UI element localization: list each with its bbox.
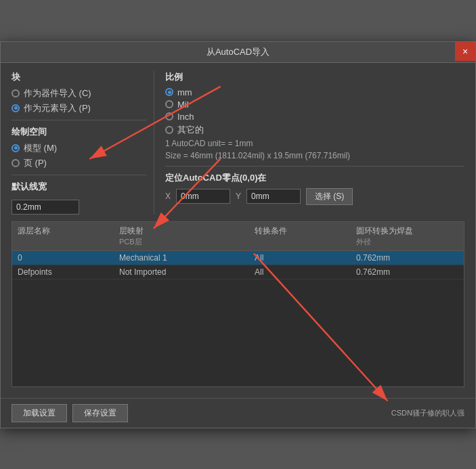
table-body: 0 Mechanical 1 All 0.762mm Defpoints Not… xyxy=(12,251,464,386)
divider-3 xyxy=(165,166,464,166)
row2-condition: All xyxy=(249,265,351,279)
space-option-model[interactable]: 模型 (M) xyxy=(12,142,147,154)
scale-inch-label: Inch xyxy=(177,112,194,122)
y-input[interactable] xyxy=(246,189,301,204)
divider-1 xyxy=(12,120,147,120)
scale-mm-label: mm xyxy=(177,87,192,97)
row1-pcb: Mechanical 1 xyxy=(114,251,249,265)
coord-row: X Y 选择 (S) xyxy=(165,188,464,205)
watermark: CSDN骚子修的职人强 xyxy=(391,408,464,418)
scale-radio-inch xyxy=(165,112,173,120)
space-option-model-label: 模型 (M) xyxy=(24,142,57,154)
bottom-bar: 加载设置 保存设置 CSDN骚子修的职人强 xyxy=(1,398,475,428)
row1-diameter: 0.762mm xyxy=(351,251,464,265)
scale-radio-other xyxy=(165,126,173,134)
space-radio-page xyxy=(12,159,20,167)
title-bar: 从AutoCAD导入 × xyxy=(1,42,475,63)
block-radio-group: 作为器件导入 (C) 作为元素导入 (P) xyxy=(12,87,147,114)
divider-2 xyxy=(12,175,147,175)
space-option-page[interactable]: 页 (P) xyxy=(12,157,147,169)
dialog-title: 从AutoCAD导入 xyxy=(207,47,269,57)
drawing-space-title: 绘制空间 xyxy=(12,126,147,138)
table-header: 源层名称 层映射PCB层 转换条件 圆环转换为焊盘外径 xyxy=(12,222,464,251)
drawing-space-radio-group: 模型 (M) 页 (P) xyxy=(12,142,147,169)
space-option-page-label: 页 (P) xyxy=(24,157,47,169)
scale-section: mm Mil Inch 其它的 1 AutoCAD unit= = 1mm xyxy=(165,87,464,160)
table-row[interactable]: 0 Mechanical 1 All 0.762mm xyxy=(12,251,464,265)
scale-mil[interactable]: Mil xyxy=(165,99,464,110)
scale-other[interactable]: 其它的 xyxy=(165,124,464,136)
save-settings-button[interactable]: 保存设置 xyxy=(72,404,128,422)
block-option-component[interactable]: 作为器件导入 (C) xyxy=(12,87,147,99)
scale-radio-mm xyxy=(165,88,173,96)
y-label: Y xyxy=(236,192,241,201)
block-option-component-label: 作为器件导入 (C) xyxy=(24,87,91,99)
scale-mil-label: Mil xyxy=(177,99,189,110)
unit-info: 1 AutoCAD unit= = 1mm xyxy=(165,139,464,148)
dialog-content: 块 作为器件导入 (C) 作为元素导入 (P) 绘制空间 xyxy=(1,63,475,395)
header-condition: 转换条件 xyxy=(249,224,351,248)
header-mapping: 层映射PCB层 xyxy=(114,224,249,248)
space-radio-model xyxy=(12,144,20,152)
block-section-title: 块 xyxy=(12,71,147,83)
row1-condition: All xyxy=(249,251,351,265)
row2-diameter: 0.762mm xyxy=(351,265,464,279)
right-panel: 比例 mm Mil Inch xyxy=(154,71,464,215)
default-width-title: 默认线宽 xyxy=(12,181,147,193)
x-input[interactable] xyxy=(176,189,230,204)
locate-title: 定位AutoCAD零点(0,0)在 xyxy=(165,172,464,184)
bottom-buttons: 加载设置 保存设置 xyxy=(12,404,128,422)
x-label: X xyxy=(165,192,171,201)
scale-title: 比例 xyxy=(165,71,464,83)
header-pad: 圆环转换为焊盘外径 xyxy=(351,224,464,248)
block-radio-component xyxy=(12,89,20,97)
block-option-element[interactable]: 作为元素导入 (P) xyxy=(12,102,147,114)
scale-inch[interactable]: Inch xyxy=(165,112,464,122)
scale-mm[interactable]: mm xyxy=(165,87,464,97)
table-row[interactable]: Defpoints Not Imported All 0.762mm xyxy=(12,265,464,280)
scale-radio-mil xyxy=(165,100,173,108)
close-button[interactable]: × xyxy=(455,42,475,61)
row1-source: 0 xyxy=(12,251,114,265)
block-option-element-label: 作为元素导入 (P) xyxy=(24,102,91,114)
import-dialog: 从AutoCAD导入 × 块 作为器件导入 (C) 作为元素导入 (P) xyxy=(0,41,476,428)
layer-mapping-table: 源层名称 层映射PCB层 转换条件 圆环转换为焊盘外径 0 Mechanical… xyxy=(12,221,464,387)
row2-source: Defpoints xyxy=(12,265,114,279)
header-source: 源层名称 xyxy=(12,224,114,248)
select-button[interactable]: 选择 (S) xyxy=(306,188,353,205)
default-width-input[interactable] xyxy=(12,200,79,215)
size-info: Size = 46mm (1811.024mil) x 19.5mm (767.… xyxy=(165,151,464,160)
load-settings-button[interactable]: 加载设置 xyxy=(12,404,67,422)
row2-pcb: Not Imported xyxy=(114,265,249,279)
left-panel: 块 作为器件导入 (C) 作为元素导入 (P) 绘制空间 xyxy=(12,71,154,215)
top-section: 块 作为器件导入 (C) 作为元素导入 (P) 绘制空间 xyxy=(12,71,464,215)
block-radio-element xyxy=(12,104,20,112)
scale-other-label: 其它的 xyxy=(177,124,204,136)
